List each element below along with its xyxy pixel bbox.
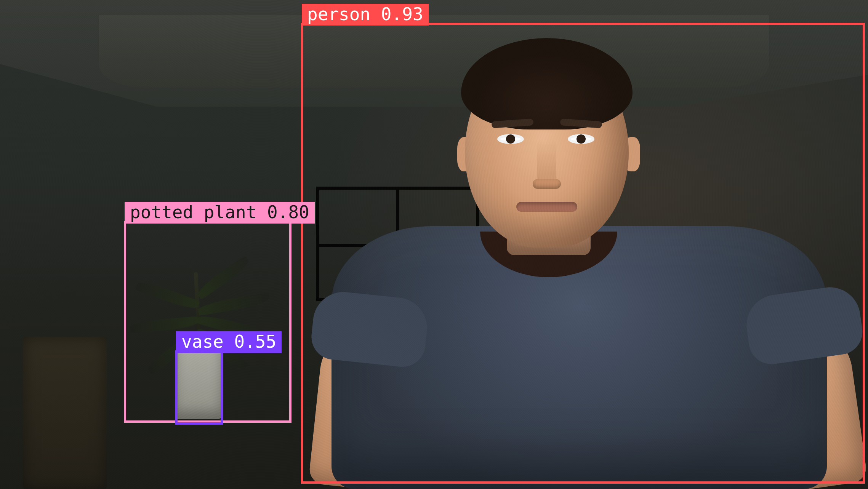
bbox-person: person 0.93: [301, 23, 865, 484]
cardboard-box: [23, 337, 107, 489]
bbox-label-potted-plant: potted plant 0.80: [125, 202, 315, 224]
detection-viewer: person 0.93 potted plant 0.80 vase 0.55: [0, 0, 868, 489]
bbox-vase: vase 0.55: [175, 350, 223, 425]
bbox-label-person: person 0.93: [302, 4, 429, 26]
bbox-label-vase: vase 0.55: [176, 331, 282, 353]
